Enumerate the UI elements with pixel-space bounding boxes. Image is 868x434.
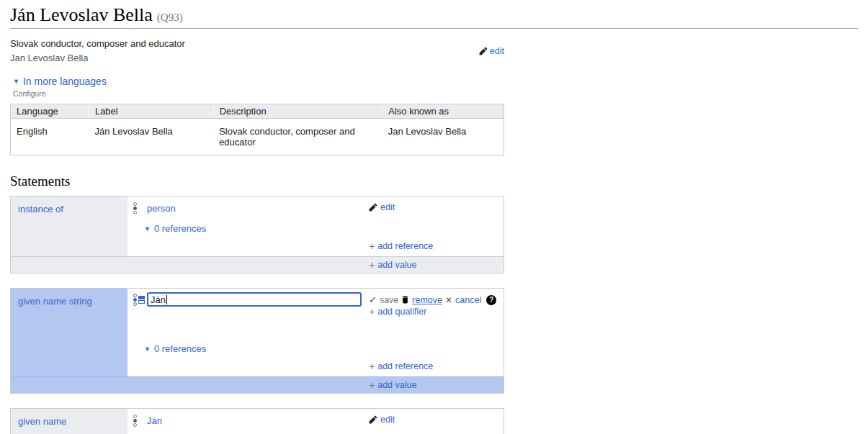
statements-heading: Statements (10, 173, 504, 189)
statement-main: person edit ▼ 0 (127, 196, 504, 256)
chevron-down-icon: ▼ (144, 345, 151, 353)
wikidata-entity-page: Ján Levoslav Bella(Q93) Slovak conductor… (0, 4, 868, 434)
rank-selector-icon[interactable] (133, 294, 137, 306)
pencil-icon (369, 203, 377, 212)
plus-icon: + (369, 380, 375, 390)
add-value-row: + add value (11, 376, 504, 393)
in-more-languages-label: In more languages (23, 76, 107, 87)
add-reference-link[interactable]: + add reference (369, 361, 433, 371)
add-reference-link[interactable]: + add reference (369, 241, 433, 251)
statement-group-given-name: given name Ján edit (10, 408, 504, 434)
statement-group-instance-of: instance of person edit (10, 196, 504, 273)
property-link-given-name[interactable]: given name (18, 416, 66, 427)
statement-main: Ján edit ▼ 0 ref (127, 409, 504, 434)
property-column: given name (11, 409, 127, 434)
value-input[interactable]: Ján (147, 292, 362, 307)
add-qualifier-link[interactable]: + add qualifier (369, 307, 426, 317)
configure-link[interactable]: Configure (13, 89, 504, 98)
terms-text: Slovak conductor, composer and educator … (10, 38, 185, 63)
plus-icon: + (369, 241, 375, 251)
entity-alias: Jan Levoslav Bella (10, 53, 185, 63)
plus-icon: + (369, 361, 375, 371)
entity-id: (Q93) (157, 12, 183, 23)
remove-button[interactable]: remove (412, 295, 442, 305)
header-description: Description (213, 104, 382, 119)
plus-icon: + (369, 260, 375, 270)
statement-value-link[interactable]: Ján (147, 415, 162, 426)
terms-table: Language Label Description Also known as… (10, 104, 504, 155)
save-button[interactable]: save (380, 295, 398, 305)
entity-label: Ján Levoslav Bella (10, 4, 153, 25)
text-cursor (166, 295, 167, 304)
edit-terms-link[interactable]: edit (479, 38, 504, 63)
cell-label: Ján Levoslav Bella (89, 119, 213, 155)
snak-type-selector-icon[interactable] (138, 296, 145, 304)
property-column: instance of (11, 196, 127, 256)
statement-group-given-name-string: given name string Ján (10, 288, 504, 394)
chevron-down-icon: ▼ (144, 225, 151, 232)
in-more-languages-toggle[interactable]: ▼ In more languages (13, 76, 107, 87)
edit-statement-link[interactable]: edit (369, 415, 395, 425)
cancel-button[interactable]: cancel (455, 295, 481, 305)
terms-table-header-row: Language Label Description Also known as (11, 104, 504, 119)
add-value-row: + add value (11, 256, 504, 273)
trash-icon (401, 295, 409, 304)
statement-main: Ján ✓ save remove ✕ cancel (127, 289, 504, 376)
page-header: Ján Levoslav Bella(Q93) (10, 4, 858, 29)
help-icon[interactable]: ? (486, 295, 496, 305)
cell-description: Slovak conductor, composer and educator (213, 119, 382, 155)
header-language: Language (11, 104, 89, 119)
property-column: given name string (11, 289, 127, 376)
edit-statement-link[interactable]: edit (369, 202, 395, 212)
rank-selector-icon[interactable] (133, 415, 137, 427)
terms-section: Slovak conductor, composer and educator … (10, 38, 504, 63)
add-value-link[interactable]: + add value (369, 380, 416, 390)
cell-language: English (11, 119, 89, 155)
property-link-instance-of[interactable]: instance of (18, 204, 63, 214)
header-label: Label (89, 104, 213, 119)
table-row: English Ján Levoslav Bella Slovak conduc… (11, 119, 504, 155)
rank-selector-icon[interactable] (133, 202, 137, 214)
plus-icon: + (369, 307, 375, 317)
cell-also-known-as: Jan Levoslav Bella (382, 119, 504, 155)
references-toggle[interactable]: ▼ 0 references (144, 343, 206, 354)
check-icon: ✓ (369, 294, 377, 305)
statement-value-link[interactable]: person (147, 203, 176, 214)
edit-terms-label: edit (490, 46, 504, 56)
entity-description: Slovak conductor, composer and educator (10, 38, 185, 49)
references-toggle[interactable]: ▼ 0 references (144, 223, 206, 234)
edit-toolbar: ✓ save remove ✕ cancel ? (369, 292, 496, 305)
close-icon: ✕ (445, 295, 452, 305)
pencil-icon (369, 415, 377, 424)
languages-section: ▼ In more languages Configure (13, 75, 504, 98)
page-title: Ján Levoslav Bella(Q93) (10, 4, 858, 26)
property-link-given-name-string[interactable]: given name string (18, 296, 92, 307)
header-also-known-as: Also known as (382, 104, 504, 119)
chevron-down-icon: ▼ (13, 78, 19, 85)
add-value-link[interactable]: + add value (369, 260, 416, 270)
pencil-icon (479, 47, 488, 55)
